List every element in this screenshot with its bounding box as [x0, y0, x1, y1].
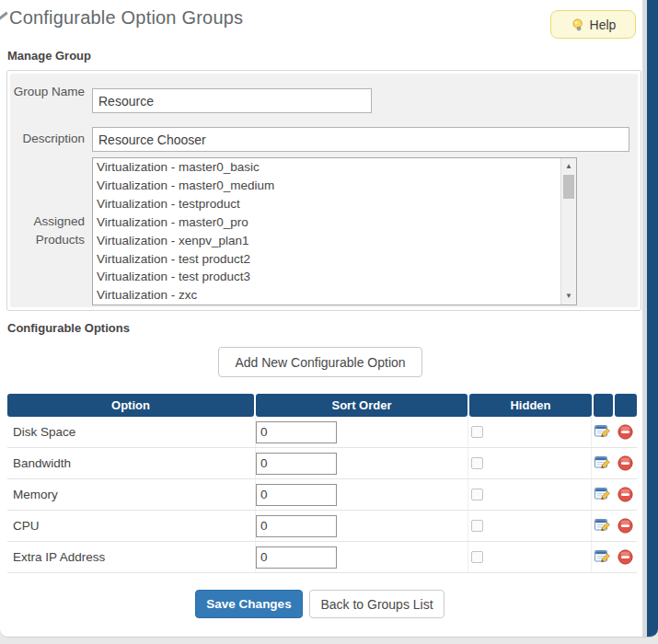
product-option[interactable]: Virtualization - testproduct: [93, 195, 560, 213]
edit-option-icon[interactable]: [595, 455, 610, 471]
table-row: Memory: [7, 479, 637, 511]
option-name: Bandwidth: [7, 448, 256, 478]
scroll-down-icon[interactable]: ▼: [561, 289, 576, 304]
sort-order-input[interactable]: [256, 546, 337, 569]
scrollbar-thumb[interactable]: [563, 175, 574, 199]
product-option[interactable]: Virtualization - master0_pro: [93, 213, 560, 232]
option-name: CPU: [7, 511, 256, 541]
option-name: Disk Space: [7, 417, 256, 447]
header-edit: [594, 394, 613, 417]
back-to-groups-list-button[interactable]: Back to Groups List: [309, 590, 444, 618]
header-option: Option: [7, 394, 254, 417]
hidden-checkbox[interactable]: [471, 489, 483, 500]
product-option[interactable]: Virtualization - xenpv_plan1: [93, 232, 560, 250]
delete-option-icon[interactable]: [618, 487, 633, 502]
sort-order-input[interactable]: [256, 515, 337, 537]
configurable-options-heading: Configurable Options: [7, 321, 130, 335]
product-option[interactable]: Virtualization - zxc: [93, 286, 560, 305]
header-hidden: Hidden: [469, 394, 592, 417]
delete-option-icon[interactable]: [618, 549, 633, 565]
delete-option-icon[interactable]: [618, 518, 633, 534]
edit-option-icon[interactable]: [595, 549, 610, 565]
scroll-up-icon[interactable]: ▲: [561, 159, 576, 174]
table-row: Bandwidth: [7, 448, 637, 479]
sort-order-input[interactable]: [256, 421, 337, 443]
listbox-scrollbar[interactable]: ▲ ▼: [560, 158, 576, 305]
help-button-label: Help: [590, 17, 617, 32]
add-new-configurable-option-button[interactable]: Add New Configurable Option: [218, 347, 422, 377]
hidden-checkbox[interactable]: [471, 426, 483, 438]
hidden-checkbox[interactable]: [471, 551, 483, 563]
sort-order-input[interactable]: [256, 484, 337, 506]
corner-mark: [0, 12, 8, 21]
delete-option-icon[interactable]: [618, 455, 633, 471]
option-name: Memory: [7, 479, 256, 510]
product-option[interactable]: Virtualization - test product2: [93, 250, 560, 269]
product-option[interactable]: Virtualization - test product3: [93, 268, 560, 286]
hidden-checkbox[interactable]: [471, 457, 483, 469]
assigned-products-listbox[interactable]: Virtualization - master0_basicVirtualiza…: [92, 157, 577, 305]
save-changes-button[interactable]: Save Changes: [195, 590, 303, 618]
page-title: Configurable Option Groups: [9, 7, 243, 29]
table-row: Disk Space: [7, 417, 637, 448]
header-delete: [615, 394, 637, 417]
right-blue-bar: [647, 0, 658, 638]
table-row: Extra IP Address: [7, 542, 637, 573]
group-name-label: Group Name: [7, 83, 85, 101]
option-name: Extra IP Address: [7, 542, 256, 572]
group-name-input[interactable]: [92, 88, 372, 113]
hidden-checkbox[interactable]: [471, 520, 483, 532]
content-card: Configurable Option Groups Help Manage G…: [0, 0, 658, 638]
edit-option-icon[interactable]: [595, 424, 610, 440]
delete-option-icon[interactable]: [618, 424, 633, 440]
edit-option-icon[interactable]: [595, 518, 610, 534]
help-button[interactable]: Help: [550, 10, 636, 39]
table-row: CPU: [7, 511, 637, 542]
description-input[interactable]: [92, 127, 629, 152]
product-option[interactable]: Virtualization - master0_basic: [93, 158, 560, 177]
options-table: Option Sort Order Hidden Disk Space: [7, 394, 637, 573]
header-sort-order: Sort Order: [256, 394, 468, 417]
description-label: Description: [7, 130, 85, 148]
edit-option-icon[interactable]: [595, 487, 610, 502]
sort-order-input[interactable]: [256, 453, 337, 475]
lightbulb-icon: [571, 17, 585, 32]
product-option[interactable]: Virtualization - master0_medium: [93, 177, 560, 195]
table-header-row: Option Sort Order Hidden: [7, 394, 637, 417]
assigned-products-label: Assigned Products: [7, 213, 85, 249]
manage-group-heading: Manage Group: [7, 49, 91, 63]
